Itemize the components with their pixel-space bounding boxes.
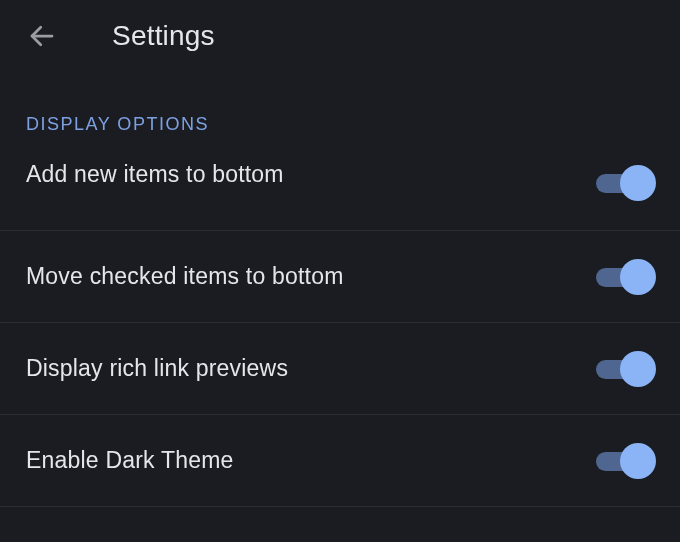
toggle-thumb [620,259,656,295]
toggle-thumb [620,165,656,201]
settings-list: Add new items to bottom Move checked ite… [0,153,680,507]
toggle-add-new-items-to-bottom[interactable] [596,165,650,201]
toggle-move-checked-items-to-bottom[interactable] [596,259,650,295]
toggle-thumb [620,443,656,479]
setting-label: Enable Dark Theme [26,447,234,474]
setting-label: Add new items to bottom [26,161,284,188]
section-header-display-options: Display Options [0,72,680,153]
page-title: Settings [112,20,215,52]
back-button[interactable] [18,12,66,60]
setting-label: Display rich link previews [26,355,288,382]
setting-label: Move checked items to bottom [26,263,344,290]
setting-row-add-new-items-to-bottom[interactable]: Add new items to bottom [0,153,680,231]
arrow-left-icon [27,21,57,51]
setting-row-move-checked-items-to-bottom[interactable]: Move checked items to bottom [0,231,680,323]
toggle-display-rich-link-previews[interactable] [596,351,650,387]
header: Settings [0,0,680,72]
setting-row-display-rich-link-previews[interactable]: Display rich link previews [0,323,680,415]
setting-row-enable-dark-theme[interactable]: Enable Dark Theme [0,415,680,507]
toggle-enable-dark-theme[interactable] [596,443,650,479]
toggle-thumb [620,351,656,387]
